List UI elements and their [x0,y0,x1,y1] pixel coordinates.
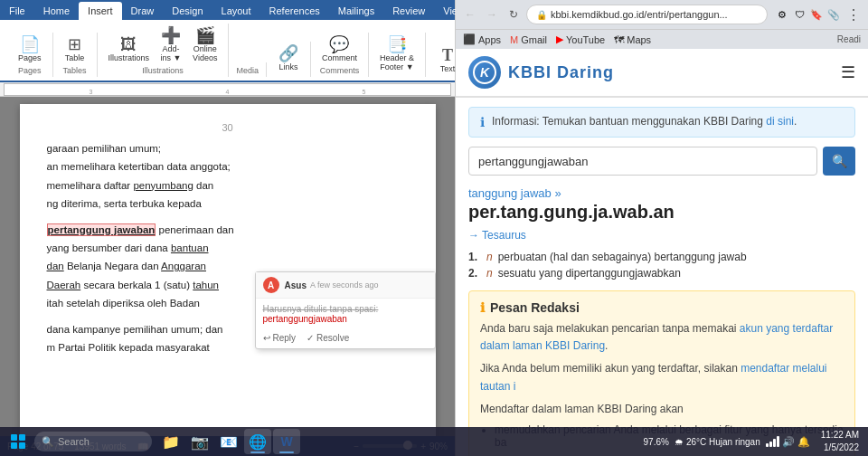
text-icon: T [442,47,453,63]
tab-insert[interactable]: Insert [79,2,122,20]
ribbon: File Home Insert Draw Design Layout Refe… [0,0,455,82]
doc-line-6: pertanggung jawaban penerimaan dan [47,222,409,238]
bookmark-maps[interactable]: 🗺 Maps [614,34,651,45]
tab-home[interactable]: Home [34,2,79,20]
tesaurus-link[interactable]: → Tesaurus [468,229,526,242]
comment-insert-text: pertanggungjawaban [263,314,428,324]
clock-date: 1/5/2022 [821,442,859,454]
online-videos-label: OnlineVideos [193,44,217,62]
notification-icon[interactable]: 🔔 [797,436,810,448]
tab-review[interactable]: Review [383,2,434,20]
ext-icon-4[interactable]: 📎 [826,7,841,22]
chrome-icon: 🌐 [249,433,267,451]
tab-references[interactable]: References [260,2,329,20]
back-button[interactable]: ← [461,5,479,24]
word-entry-header: tanggung jawab » [468,186,855,200]
ribbon-illustrations-btn[interactable]: 🖼 Illustrations [105,34,154,64]
ribbon-addins-btn[interactable]: ➕ Add-ins ▼ [156,25,185,64]
taskbar-app-chrome[interactable]: 🌐 [244,429,271,454]
comment-resolve-btn[interactable]: ✓ Resolve [307,333,349,343]
taskbar-app-mail[interactable]: 📧 [215,429,242,454]
doc-line-3: memelihara daftar penyumbang dan [47,177,409,194]
bookmark-youtube[interactable]: ▶ YouTube [556,33,605,45]
browser-extensions: ⚙ 🛡 🔖 📎 [775,7,841,22]
ribbon-group-tables: ⊞ Table Tables [53,33,98,77]
comment-reply-btn[interactable]: ↩ Reply [263,333,297,343]
network-icon[interactable] [766,436,779,447]
def-text-2: sesuatu yang dipertanggungjawabkan [498,267,681,280]
taskbar-app-explorer[interactable]: 📁 [157,429,184,454]
kbbi-logo: K KBBI Daring [468,56,614,89]
ruler-inner: 3 4 5 [4,83,451,96]
tab-draw[interactable]: Draw [122,2,164,20]
ribbon-pages-btn[interactable]: 📄 Pages [14,34,45,64]
kbbi-menu-btn[interactable]: ☰ [841,62,855,82]
word-entry: tanggung jawab » per.tang.gung.ja.wab.an… [468,186,855,281]
bookmark-apps[interactable]: ⬛ Apps [463,33,501,45]
ribbon-comment-btn[interactable]: 💬 Comment [318,34,361,64]
system-tray: 🔊 🔔 [766,436,810,448]
browser-menu-btn[interactable]: ⋮ [844,5,863,24]
address-text: kbbi.kemdikbud.go.id/entri/pertanggun... [551,9,758,20]
comment-label: Comment [322,53,357,62]
word-application: File Home Insert Draw Design Layout Refe… [0,0,456,456]
browser-toolbar: ← → ↻ 🔒 kbbi.kemdikbud.go.id/entri/perta… [456,0,868,29]
reload-button[interactable]: ↻ [505,5,523,24]
reading-mode-btn[interactable]: Readi [837,34,861,44]
tab-file[interactable]: File [0,2,34,20]
ext-icon-1[interactable]: ⚙ [775,7,789,22]
ribbon-header-footer-btn[interactable]: 📑 Header &Footer ▼ [376,34,418,73]
explorer-icon: 📁 [162,433,180,451]
tab-layout[interactable]: Layout [212,2,260,20]
resolve-label: Resolve [316,333,349,343]
youtube-icon: ▶ [556,33,563,45]
tab-design[interactable]: Design [163,2,212,20]
windows-logo-icon [11,434,25,449]
start-button[interactable] [4,429,33,454]
camera-icon: 📷 [191,433,209,451]
browser-application: ← → ↻ 🔒 kbbi.kemdikbud.go.id/entri/perta… [456,0,868,456]
doc-line-2: an memelihara ketertiban data anggota; [47,158,409,175]
table-label: Table [65,53,85,62]
taskbar-app-camera[interactable]: 📷 [186,429,213,454]
doc-line-7: yang bersumber dari dana bantuan [47,240,409,256]
taskbar-search-placeholder: Search [58,436,90,447]
header-footer-label: Header &Footer ▼ [380,53,414,71]
ribbon-table-btn[interactable]: ⊞ Table [61,34,90,64]
battery-indicator: 97.6% [644,437,669,447]
definition-list: 1. n perbuatan (hal dan sebagainya) bert… [468,249,855,281]
search-button[interactable]: 🔍 [823,147,855,176]
illustrations-label: Illustrations [108,53,150,62]
gmail-icon: M [510,34,518,45]
ext-icon-3[interactable]: 🔖 [809,7,824,22]
comment-icon: 💬 [329,36,349,52]
info-link[interactable]: di sini [766,115,794,128]
ext-icon-2[interactable]: 🛡 [792,7,807,22]
search-input[interactable] [468,147,817,176]
table-icon: ⊞ [68,36,81,52]
taskbar-app-word[interactable]: W [273,429,300,454]
tab-mailings[interactable]: Mailings [329,2,383,20]
taskbar-right: 97.6% 🌧 26°C Hujan ringan 🔊 🔔 11:22 AM 1… [644,429,864,454]
links-icon: 🔗 [278,45,298,62]
ribbon-links-btn[interactable]: 🔗 Links [274,43,303,73]
address-bar[interactable]: 🔒 kbbi.kemdikbud.go.id/entri/pertanggun.… [526,5,768,24]
comment-body: Harusnya ditulis tanpa spasi: pertanggun… [256,299,435,329]
apps-label: Apps [478,34,501,45]
lock-icon: 🔒 [536,10,547,20]
page-indicator: 30 [47,122,409,133]
volume-icon[interactable]: 🔊 [782,436,795,448]
bookmark-gmail[interactable]: M Gmail [510,34,547,45]
kbbi-logo-text: K [480,65,489,80]
comment-header: A Asus A few seconds ago [256,272,435,299]
ribbon-online-videos-btn[interactable]: 🎬 OnlineVideos [189,25,221,64]
info-banner: ℹ Informasi: Temukan bantuan menggunakan… [468,107,855,138]
definition-item-2: 2. n sesuatu yang dipertanggungjawabkan [468,265,855,281]
pesan-title-text: Pesan Redaksi [490,300,580,315]
forward-button[interactable]: → [483,5,501,24]
taskbar-clock[interactable]: 11:22 AM 1/5/2022 [816,429,864,454]
taskbar-search-box[interactable]: 🔍 Search [34,432,152,451]
pages-group-label: Pages [18,66,42,75]
maps-label: Maps [627,34,651,45]
network-bars [766,436,779,447]
